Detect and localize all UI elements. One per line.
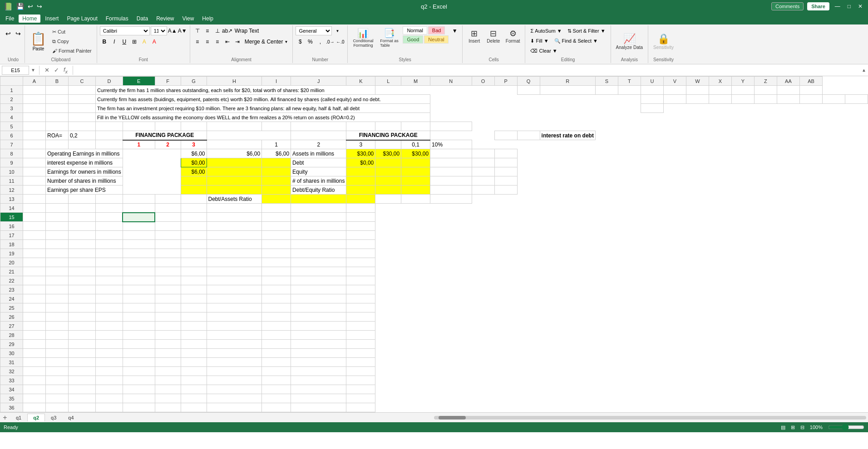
col-header-I[interactable]: I [262, 77, 291, 86]
tab-q4[interactable]: q4 [62, 414, 79, 421]
cell-B12[interactable]: Earnings per share EPS [46, 185, 123, 195]
format-button[interactable]: ⚙ Format [503, 26, 523, 45]
cell-A6[interactable] [23, 131, 46, 140]
cell-A9[interactable] [23, 158, 46, 167]
cell-H13[interactable]: Debt/Assets Ratio [207, 195, 262, 204]
cell-reference-input[interactable] [2, 66, 29, 75]
cell-E15[interactable] [123, 213, 155, 222]
fill-button[interactable]: ⬇ Fill ▼ [528, 36, 551, 45]
cell-K14[interactable] [346, 204, 375, 213]
cell-L11[interactable] [430, 176, 472, 185]
cell-D4[interactable]: Fill in the YELLOW cells assuming the ec… [95, 113, 430, 122]
style-good[interactable]: Good [403, 35, 423, 44]
format-as-table-button[interactable]: 📑 Format asTable [377, 26, 401, 49]
sort-filter-button[interactable]: ⇅ Sort & Filter ▼ [565, 26, 608, 35]
percent-button[interactable]: % [306, 37, 315, 46]
cell-D5[interactable] [95, 122, 123, 131]
number-format-dropdown[interactable]: ▼ [333, 26, 342, 35]
cell-I15[interactable] [262, 213, 291, 222]
align-bottom-button[interactable]: ⊥ [213, 26, 222, 35]
cell-K8[interactable]: $30,00 [401, 149, 430, 158]
cell-F7[interactable]: 2 [155, 140, 181, 149]
cell-J9[interactable] [375, 158, 401, 167]
cell-P2[interactable] [663, 95, 686, 104]
cell-M8[interactable] [472, 149, 494, 158]
style-neutral[interactable]: Neutral [424, 35, 448, 44]
align-center-button[interactable]: ≡ [203, 37, 212, 46]
cell-B13[interactable] [46, 195, 69, 204]
cell-D6[interactable] [95, 131, 123, 140]
indent-increase-button[interactable]: ⇥ [233, 37, 242, 46]
cell-L10[interactable] [430, 167, 472, 176]
cell-K15[interactable] [346, 213, 375, 222]
row-header-8[interactable]: 8 [0, 149, 23, 158]
menu-page-layout[interactable]: Page Layout [63, 15, 101, 23]
col-header-W[interactable]: W [686, 77, 709, 86]
tab-q2[interactable]: q2 [27, 414, 45, 421]
cell-I11[interactable] [346, 176, 375, 185]
cell-K7[interactable]: 3 [346, 140, 375, 149]
cell-N13[interactable] [430, 195, 472, 204]
format-painter-button[interactable]: 🖌 Format Painter [50, 46, 94, 55]
cell-D7[interactable] [95, 140, 123, 149]
find-select-button[interactable]: 🔍 Find & Select ▼ [552, 36, 600, 45]
cell-N7[interactable]: 10% [430, 140, 472, 149]
cell-A5[interactable] [23, 122, 46, 131]
cell-I8[interactable]: $30,00 [346, 149, 375, 158]
cell-M11[interactable] [472, 176, 494, 185]
cell-W2[interactable] [823, 95, 845, 104]
row-header-5[interactable]: 5 [0, 122, 23, 131]
cell-H5[interactable] [207, 122, 262, 131]
col-header-Q[interactable]: Q [517, 77, 540, 86]
cell-G7[interactable]: 3 [181, 140, 207, 149]
col-header-D[interactable]: D [95, 77, 123, 86]
menu-data[interactable]: Data [133, 15, 152, 23]
cell-J7[interactable]: 2 [291, 140, 346, 149]
row-header-2[interactable]: 2 [0, 95, 23, 104]
cell-M6[interactable] [517, 131, 540, 140]
col-header-J[interactable]: J [291, 77, 346, 86]
cell-G11[interactable] [262, 176, 291, 185]
cell-H8[interactable]: Assets in millions [291, 149, 346, 158]
font-color-button[interactable]: A [150, 37, 159, 46]
menu-formulas[interactable]: Formulas [102, 15, 132, 23]
cell-K5[interactable] [346, 122, 375, 131]
cell-J15[interactable] [291, 213, 346, 222]
cell-J10[interactable] [375, 167, 401, 176]
cell-F14[interactable] [155, 204, 181, 213]
align-middle-button[interactable]: ≡ [203, 26, 212, 35]
row-header-14[interactable]: 14 [0, 204, 23, 213]
cell-H14[interactable] [207, 204, 262, 213]
cell-C7[interactable] [69, 140, 96, 149]
indent-decrease-button[interactable]: ⇤ [223, 37, 232, 46]
cell-A12[interactable] [23, 185, 46, 195]
cell-R2[interactable] [709, 95, 731, 104]
copy-button[interactable]: ⧉ Copy [50, 37, 94, 46]
cell-J5[interactable] [291, 122, 346, 131]
cell-D3[interactable]: The firm has an investment project requi… [95, 104, 430, 113]
currency-button[interactable]: $ [296, 37, 305, 46]
cell-M7[interactable]: 0,1 [401, 140, 430, 149]
row-header-11[interactable]: 11 [0, 176, 23, 185]
cell-H15[interactable] [207, 213, 262, 222]
borders-button[interactable]: ⊞ [130, 37, 139, 46]
row-header-4[interactable]: 4 [0, 113, 23, 122]
col-header-C[interactable]: C [69, 77, 96, 86]
cell-E7[interactable]: 1 [123, 140, 155, 149]
cell-L9[interactable] [430, 158, 472, 167]
cell-N12[interactable] [494, 185, 517, 195]
cell-E11[interactable] [181, 176, 207, 185]
cell-A1[interactable] [23, 86, 46, 95]
cell-M9[interactable] [472, 158, 494, 167]
cell-N5[interactable] [430, 122, 472, 131]
quick-access-save[interactable]: 💾 [16, 3, 24, 10]
col-header-E[interactable]: E [123, 77, 155, 86]
cell-C4[interactable] [69, 113, 96, 122]
cell-J13[interactable] [291, 195, 346, 204]
cell-F11[interactable] [207, 176, 262, 185]
col-header-L[interactable]: L [375, 77, 401, 86]
cell-H7[interactable] [207, 140, 262, 149]
cell-A13[interactable] [23, 195, 46, 204]
cell-B5[interactable] [46, 122, 69, 131]
cell-T2[interactable] [754, 95, 777, 104]
